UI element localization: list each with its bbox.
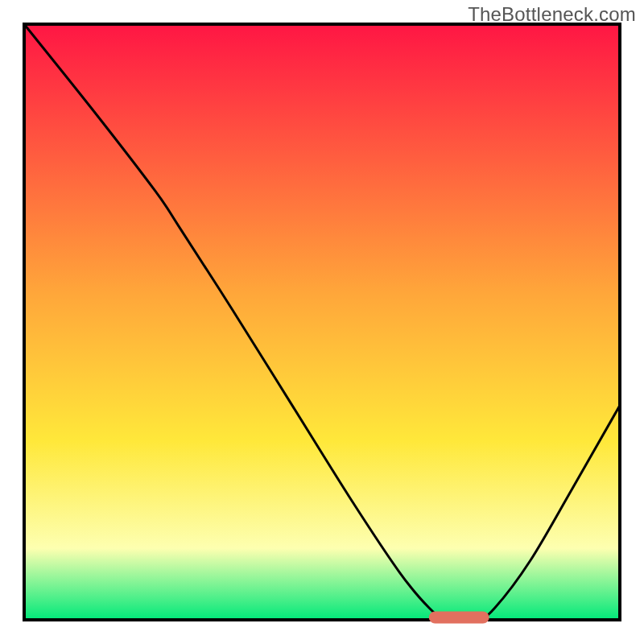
plot-area [24,24,620,620]
watermark-label: TheBottleneck.com [468,3,636,26]
chart-svg [0,0,644,644]
optimal-marker [429,612,489,623]
bottleneck-chart: TheBottleneck.com [0,0,644,644]
